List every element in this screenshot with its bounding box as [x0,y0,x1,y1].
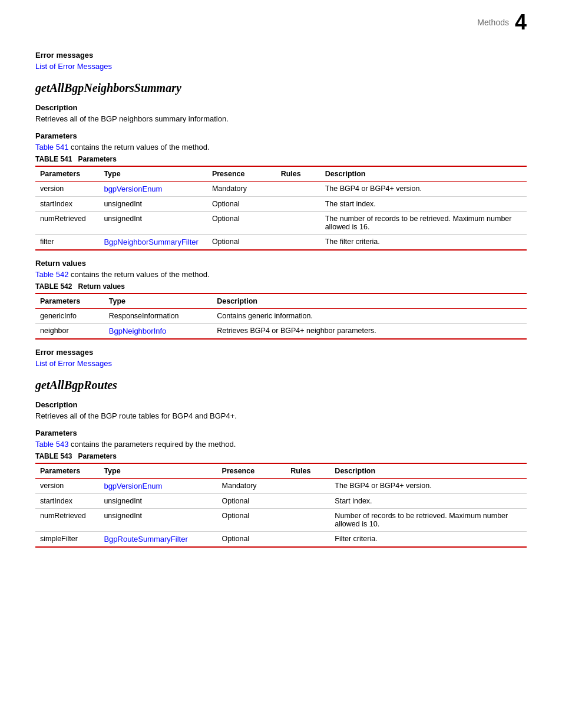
table542-label: TABLE 542 [35,282,72,291]
cell-rules [276,182,320,197]
method-getAllBgpNeighborsSummary: getAllBgpNeighborsSummary Description Re… [35,81,527,368]
BgpNeighborSummaryFilter-link[interactable]: BgpNeighborSummaryFilter [104,238,198,246]
table543-th-desc: Description [330,463,527,479]
cell-desc: Start index. [330,494,527,509]
table542-th-desc: Description [212,294,527,309]
cell-rules [276,197,320,212]
table-row: filter BgpNeighborSummaryFilter Optional… [35,235,527,251]
cell-type: unsignedInt [99,494,217,509]
table543-th-params: Parameters [35,463,99,479]
table-row: simpleFilter BgpRouteSummaryFilter Optio… [35,532,527,548]
table543-label: TABLE 543 [35,452,72,460]
bgpVersionEnum-link[interactable]: bgpVersionEnum [104,185,162,193]
table542-header-row: Parameters Type Description [35,294,527,309]
cell-param: neighbor [35,324,104,340]
table541: Parameters Type Presence Rules Descripti… [35,166,527,251]
cell-presence: Optional [217,509,286,532]
table543: Parameters Type Presence Rules Descripti… [35,463,527,548]
cell-rules [286,494,330,509]
table542-ref-link[interactable]: Table 542 [35,270,68,279]
BgpRouteSummaryFilter-link[interactable]: BgpRouteSummaryFilter [104,535,187,543]
cell-param: numRetrieved [35,509,99,532]
method1-description-text: Retrieves all of the BGP neighbors summa… [35,114,527,123]
table-row: neighbor BgpNeighborInfo Retrieves BGP4 … [35,324,527,340]
table543-th-type: Type [99,463,217,479]
cell-rules [286,509,330,532]
error-messages-label-top: Error messages [35,51,527,60]
table543-header-row: Parameters Type Presence Rules Descripti… [35,463,527,479]
cell-param: genericInfo [35,309,104,324]
table541-th-presence: Presence [207,166,276,182]
bgpVersionEnum2-link[interactable]: bgpVersionEnum [104,482,162,490]
cell-type: BgpNeighborInfo [104,324,212,340]
cell-param: numRetrieved [35,212,99,235]
cell-desc: Number of records to be retrieved. Maxim… [330,509,527,532]
error-messages-label-method1: Error messages [35,348,527,357]
cell-param: version [35,182,99,197]
method1-title: getAllBgpNeighborsSummary [35,81,527,95]
table542-caption-text: Return values [78,282,124,291]
table541-caption: TABLE 541 Parameters [35,155,527,163]
table541-header-row: Parameters Type Presence Rules Descripti… [35,166,527,182]
cell-desc: The number of records to be retrieved. M… [320,212,527,235]
cell-presence: Mandatory [207,182,276,197]
table541-th-rules: Rules [276,166,320,182]
cell-desc: The filter criteria. [320,235,527,251]
cell-desc: The start index. [320,197,527,212]
cell-desc: The BGP4 or BGP4+ version. [320,182,527,197]
table541-th-desc: Description [320,166,527,182]
cell-presence: Optional [207,212,276,235]
cell-desc: Contains generic information. [212,309,527,324]
table541-th-type: Type [99,166,207,182]
table541-th-params: Parameters [35,166,99,182]
cell-type: bgpVersionEnum [99,479,217,494]
cell-presence: Optional [217,532,286,548]
table-row: version bgpVersionEnum Mandatory The BGP… [35,182,527,197]
cell-desc: Retrieves BGP4 or BGP4+ neighbor paramet… [212,324,527,340]
table543-caption: TABLE 543 Parameters [35,452,527,460]
cell-presence: Mandatory [217,479,286,494]
table541-ref-link[interactable]: Table 541 [35,143,68,151]
page-number: 4 [515,12,527,33]
method1-description-label: Description [35,103,527,112]
BgpNeighborInfo-link[interactable]: BgpNeighborInfo [109,327,167,335]
cell-param: startIndex [35,197,99,212]
cell-type: BgpRouteSummaryFilter [99,532,217,548]
table541-label: TABLE 541 [35,155,72,163]
cell-param: simpleFilter [35,532,99,548]
table542-th-type: Type [104,294,212,309]
table543-th-rules: Rules [286,463,330,479]
table-row: version bgpVersionEnum Mandatory The BGP… [35,479,527,494]
table543-ref-link[interactable]: Table 543 [35,440,68,449]
table-row: startIndex unsignedInt Optional The star… [35,197,527,212]
cell-type: bgpVersionEnum [99,182,207,197]
error-messages-link-method1[interactable]: List of Error Messages [35,359,112,368]
method2-title: getAllBgpRoutes [35,378,527,392]
cell-type: ResponseInformation [104,309,212,324]
error-messages-section-top: Error messages List of Error Messages [35,51,527,71]
table543-container: TABLE 543 Parameters Parameters Type Pre… [35,452,527,548]
cell-param: version [35,479,99,494]
table543-th-presence: Presence [217,463,286,479]
table541-caption-text: Parameters [78,155,116,163]
section-label: Methods [477,18,509,27]
error-messages-link-top[interactable]: List of Error Messages [35,62,112,71]
table542-caption: TABLE 542 Return values [35,282,527,291]
cell-desc: The BGP4 or BGP4+ version. [330,479,527,494]
method2-parameters-ref: Table 543 contains the parameters requir… [35,440,527,449]
cell-presence: Optional [207,235,276,251]
cell-presence: Optional [207,197,276,212]
cell-presence: Optional [217,494,286,509]
method2-description-text: Retrieves all of the BGP route tables fo… [35,411,527,420]
method1-parameters-label: Parameters [35,131,527,140]
cell-rules [276,212,320,235]
page-header: Methods 4 [35,12,527,33]
method2-parameters-label: Parameters [35,429,527,437]
cell-rules [286,479,330,494]
cell-type: unsignedInt [99,197,207,212]
table-row: genericInfo ResponseInformation Contains… [35,309,527,324]
method2-description-label: Description [35,400,527,409]
table542-th-params: Parameters [35,294,104,309]
table541-container: TABLE 541 Parameters Parameters Type Pre… [35,155,527,251]
error-messages-section-method1: Error messages List of Error Messages [35,348,527,368]
